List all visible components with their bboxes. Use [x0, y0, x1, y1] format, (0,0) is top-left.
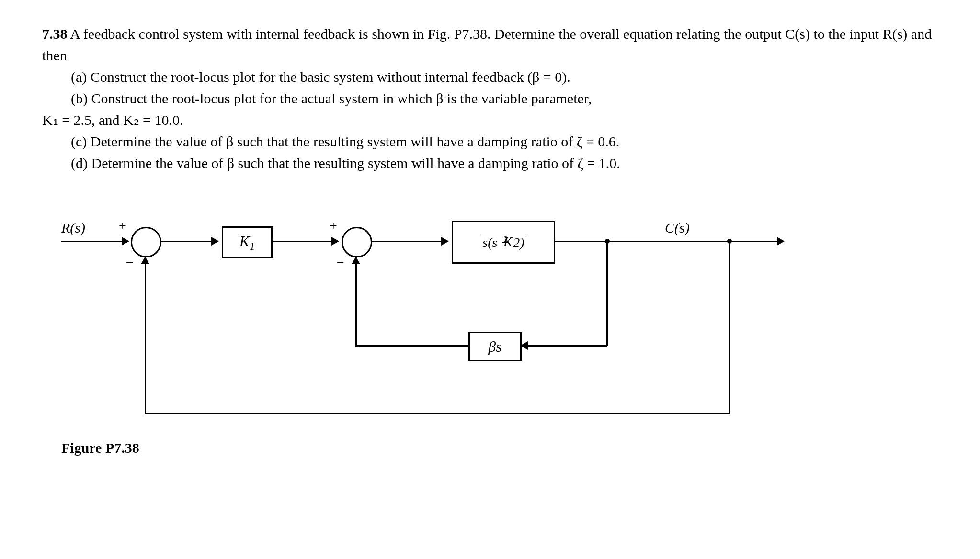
wire-inner-left	[521, 345, 607, 347]
wire-beta-left	[355, 345, 469, 347]
k1-block: K1	[222, 226, 273, 258]
wire-k1-s2	[271, 241, 338, 242]
sum1-minus: −	[126, 253, 134, 273]
wire-inner-down	[606, 242, 608, 346]
block-diagram: R(s) + − K1 + − K2 s(s + 2) C(s) βs	[61, 212, 828, 461]
wire-outer-down	[729, 242, 730, 414]
wire-outer-left	[145, 413, 730, 414]
part-a: (a) Construct the root-locus plot for th…	[71, 66, 938, 88]
summing-junction-2	[342, 227, 372, 257]
plant-block: K2 s(s + 2)	[452, 221, 555, 264]
part-b-cont: K₁ = 2.5, and K₂ = 10.0.	[42, 109, 938, 131]
part-b: (b) Construct the root-locus plot for th…	[71, 88, 938, 109]
problem-number: 7.38	[42, 26, 68, 42]
output-label: C(s)	[665, 217, 690, 238]
problem-text: 7.38 A feedback control system with inte…	[42, 23, 938, 174]
beta-block: βs	[468, 332, 522, 361]
intro-text: A feedback control system with internal …	[42, 26, 932, 63]
sum1-plus: +	[119, 216, 126, 236]
wire-s2-g	[371, 241, 448, 242]
wire-beta-up	[355, 257, 357, 346]
sum2-minus: −	[337, 253, 344, 273]
input-label: R(s)	[61, 217, 85, 238]
problem-intro: 7.38 A feedback control system with inte…	[42, 23, 938, 66]
sum2-plus: +	[330, 216, 337, 236]
part-c: (c) Determine the value of β such that t…	[71, 131, 938, 152]
summing-junction-1	[131, 227, 161, 257]
wire-in	[61, 241, 128, 242]
wire-outer-up	[145, 257, 146, 414]
wire-out	[554, 241, 784, 242]
part-d: (d) Determine the value of β such that t…	[71, 152, 938, 174]
wire-s1-k1	[160, 241, 218, 242]
figure-caption: Figure P7.38	[61, 437, 139, 458]
